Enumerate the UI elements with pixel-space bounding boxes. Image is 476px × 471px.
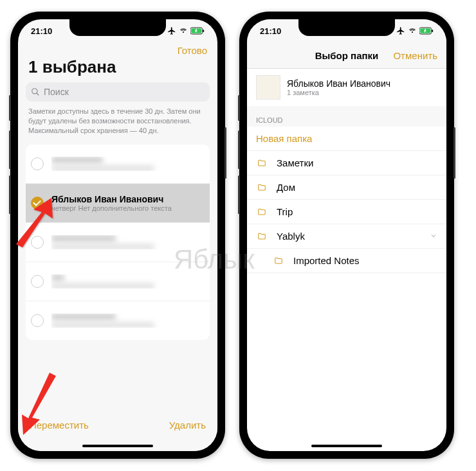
screen-right: 21:10 Выбор папки Отменить Яблыков Иван … [247,19,446,451]
section-header: ICLOUD [247,106,446,127]
home-indicator[interactable] [82,445,153,447]
folder-label: Заметки [277,157,313,168]
status-time: 21:10 [260,26,281,36]
info-text: Заметки доступны здесь в течение 30 дн. … [18,107,217,141]
new-folder-label: Новая папка [256,133,312,144]
chevron-down-icon[interactable] [430,231,437,242]
select-circle[interactable] [31,236,44,249]
svg-rect-7 [432,30,433,32]
folder-icon [273,256,286,265]
select-circle[interactable] [31,314,44,327]
list-item[interactable] [26,301,210,340]
phone-left-frame: 21:10 Готово 1 выбрана Поиск Заметки дос… [10,12,225,459]
note-count: 1 заметка [287,89,390,96]
note-title: Яблыков Иван Иванович [287,78,390,89]
cancel-button[interactable]: Отменить [393,50,437,61]
folder-icon [256,208,269,217]
folder-label: Imported Notes [293,255,360,266]
nav-bar: Выбор папки Отменить [247,42,446,69]
battery-icon [190,27,205,35]
wifi-icon [179,27,188,35]
page-title: 1 выбрана [18,56,217,82]
svg-line-4 [37,93,39,96]
wifi-icon [408,27,417,35]
folder-icon [256,183,269,192]
search-icon [31,87,40,96]
folder-row[interactable]: Дом [247,175,446,200]
list-item[interactable] [26,145,210,184]
note-title: Яблыков Иван Иванович [51,194,202,204]
select-circle[interactable] [31,157,44,170]
folder-label: Trip [277,206,293,217]
home-indicator[interactable] [311,445,382,447]
moving-note-header: Яблыков Иван Иванович 1 заметка [247,69,446,106]
phone-right-frame: 21:10 Выбор папки Отменить Яблыков Иван … [239,12,454,459]
folder-list: Новая папка Заметки Дом Trip Yablyk [247,127,446,273]
note-subtitle: четверг Нет дополнительного текста [51,204,202,212]
search-input[interactable]: Поиск [26,82,210,102]
done-button[interactable]: Готово [178,45,207,56]
battery-icon [419,27,434,35]
search-placeholder: Поиск [44,87,69,97]
folder-row[interactable]: Заметки [247,151,446,175]
folder-icon [256,159,269,168]
screen-left: 21:10 Готово 1 выбрана Поиск Заметки дос… [18,19,217,451]
folder-icon [256,232,269,241]
list-item[interactable] [26,262,210,301]
select-circle[interactable] [31,275,44,288]
airplane-icon [396,26,405,35]
notch [298,19,395,36]
folder-label: Yablyk [277,231,305,242]
delete-button[interactable]: Удалить [169,420,206,431]
list-item[interactable] [26,223,210,262]
new-folder-button[interactable]: Новая папка [247,127,446,151]
list-item-selected[interactable]: Яблыков Иван Иванович четверг Нет дополн… [26,184,210,223]
note-thumbnail [256,75,280,100]
airplane-icon [167,26,176,35]
move-button[interactable]: Переместить [30,420,89,431]
folder-row[interactable]: Imported Notes [247,249,446,273]
svg-point-3 [32,89,37,94]
notch [69,19,166,36]
folder-label: Дом [277,182,295,193]
folder-row[interactable]: Yablyk [247,224,446,249]
svg-rect-2 [203,30,204,32]
select-circle-checked[interactable] [31,197,44,209]
folder-row[interactable]: Trip [247,200,446,224]
notes-list: Яблыков Иван Иванович четверг Нет дополн… [26,145,210,340]
status-time: 21:10 [31,26,52,36]
